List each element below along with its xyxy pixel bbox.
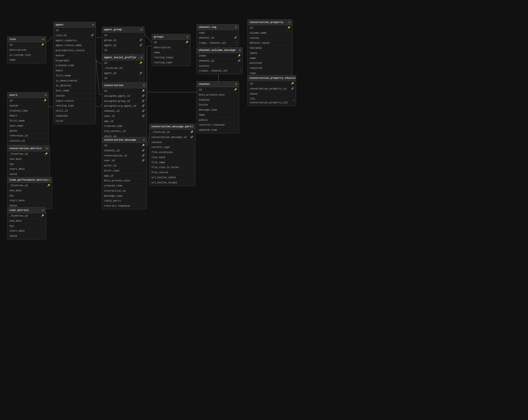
field-row-users-7: reference_id	[8, 133, 48, 139]
field-name-users-0: id	[10, 99, 43, 103]
expand-icon-csat_metrics[interactable]: ⊠	[42, 209, 44, 212]
field-row-channel_tag-1: channel_id🔗	[197, 35, 239, 40]
field-name-channel_tag-2: (tags, channel_id)	[199, 41, 235, 45]
fk-icon-agent_group-1: 🔗	[140, 39, 142, 42]
table-header-role[interactable]: role⊠	[8, 37, 46, 42]
pk-icon-csat_metrics-0: 🔑	[41, 214, 44, 218]
field-name-agent_group-2: agent_id	[104, 44, 139, 47]
field-row-conversation_message-4: actor_id	[102, 163, 146, 168]
field-name-team_performance_metrics-1: end_date	[10, 189, 50, 193]
table-header-csat_metrics[interactable]: csat_metrics⊠	[8, 208, 46, 213]
field-row-csat_metrics-4: value	[8, 233, 46, 239]
table-conversation_message_part: conversation_message_part⊠_fivetran_id🔑c…	[149, 124, 195, 186]
table-header-channel_tag[interactable]: channel_tag⊠	[197, 24, 239, 30]
field-row-conversation_message_part-2: content	[149, 140, 195, 145]
field-row-agent-7: created_time	[54, 63, 96, 68]
field-row-channel-2: enabled	[197, 97, 239, 103]
field-row-conversation_message-3: user_id🔗	[102, 158, 146, 163]
expand-icon-conversation_message_part[interactable]: ⊠	[192, 125, 193, 128]
expand-icon-conversation_property_choice[interactable]: ⊠	[295, 77, 296, 80]
fk-icon-channel_tag-1: 🔗	[234, 36, 237, 40]
expand-icon-agent_social_profile[interactable]: ⊠	[141, 56, 142, 59]
table-header-team_performance_metrics[interactable]: team_performance_metrics⊠	[8, 177, 52, 183]
field-name-conversation_property-1: column_name	[250, 31, 290, 35]
fk-icon-conversation-2: 🔗	[142, 100, 145, 103]
field-note-channel_tag-2: ℹ	[236, 41, 237, 45]
field-row-users-6: phone	[8, 128, 48, 134]
field-name-conversation_message_part-2: content	[151, 141, 193, 144]
field-name-channel_welcome_message-2: content	[199, 64, 240, 68]
expand-icon-agent[interactable]: ⊠	[92, 23, 94, 26]
expand-icon-users[interactable]: ⊠	[45, 93, 46, 96]
table-header-users[interactable]: users⊠	[8, 92, 48, 98]
field-row-conversation-2: assigned_group_id🔗	[102, 99, 146, 104]
expand-icon-conversation_metrics[interactable]: ⊠	[46, 147, 48, 150]
field-name-agent-5: avatar	[56, 54, 94, 58]
field-name-groups-1: description	[154, 46, 188, 50]
table-conversation_message: conversation_message⊠id🔑channel_id🔗conve…	[102, 137, 147, 209]
field-row-conversation_message_part-4: file_extension	[149, 150, 195, 155]
field-row-conversation_property_choice-0: id🔑	[248, 82, 296, 86]
fk-icon-channel_welcome_message-1: 🔗	[238, 59, 240, 63]
field-row-conversation_property-3: default_value	[248, 40, 292, 46]
expand-icon-conversation[interactable]: ⊠	[143, 84, 145, 87]
table-header-conversation_message_part[interactable]: conversation_message_part⊠	[149, 124, 195, 129]
field-name-channel_welcome_message-1: channel_id	[199, 59, 237, 63]
expand-icon-groups[interactable]: ⊠	[187, 35, 188, 38]
table-header-groups[interactable]: groups⊠	[152, 34, 190, 40]
table-header-agent[interactable]: agent⊠	[54, 22, 96, 28]
table-conversation_property: conversation_property⊠id🔑column_namecust…	[248, 19, 292, 77]
table-header-conversation_property[interactable]: conversation_property⊠	[248, 20, 292, 25]
expand-icon-team_performance_metrics[interactable]: ⊠	[48, 178, 50, 181]
expand-icon-role[interactable]: ⊠	[42, 38, 44, 41]
field-name-conversation_metrics-4: value	[10, 172, 48, 176]
field-name-channel-0: id	[199, 88, 233, 92]
field-row-channel-3: locale	[197, 102, 239, 107]
pk-icon-conversation_metrics-0: 🔑	[45, 152, 48, 156]
table-header-conversation_property_choice[interactable]: conversation_property_choice⊠	[248, 75, 296, 81]
field-name-channel-6: public	[199, 118, 237, 122]
expand-icon-channel[interactable]: ⊠	[235, 83, 237, 86]
fk-icon-conversation_message-3: 🔗	[142, 159, 145, 163]
expand-icon-conversation_property[interactable]: ⊠	[289, 21, 290, 24]
table-header-channel_welcome_message[interactable]: channel_welcome_message⊠	[197, 47, 242, 53]
field-name-role-3: name	[10, 58, 44, 62]
field-name-csat_metrics-1: end_date	[10, 219, 44, 223]
field-row-conversation_message-6: app_id	[102, 173, 146, 178]
field-name-conversation_message-9: interaction_id	[104, 189, 145, 193]
table-body-conversation_property: id🔑column_namecustomdefault_valueeditabl…	[248, 25, 292, 76]
field-name-conversation_message_part-6: file_name	[151, 161, 193, 165]
field-name-conversation_message-1: channel_id	[104, 149, 141, 153]
field-row-conversation_message-10: message_type	[102, 194, 146, 198]
field-name-conversation_property_choice-2: value	[250, 92, 294, 96]
field-name-conversation-0: id	[104, 89, 141, 93]
table-header-agent_group[interactable]: agent_group⊠	[102, 27, 144, 33]
field-name-agent-15: routing_type	[56, 104, 94, 108]
table-header-conversation_metrics[interactable]: conversation_metrics⊠	[8, 146, 49, 151]
field-row-csat_metrics-1: end_date	[8, 219, 46, 223]
field-name-agent-1: role_id	[56, 34, 90, 38]
expand-icon-channel_welcome_message[interactable]: ⊠	[239, 49, 240, 52]
field-row-conversation-8: org_contact_id	[102, 129, 146, 134]
field-name-conversation_message_part-1: conversation_message_id	[151, 136, 190, 140]
field-name-agent_group-1: group_id	[104, 39, 139, 42]
table-header-agent_social_profile[interactable]: agent_social_profile⊠	[102, 55, 144, 60]
table-header-conversation_message[interactable]: conversation_message⊠	[102, 137, 146, 143]
expand-icon-channel_tag[interactable]: ⊠	[235, 26, 237, 29]
field-row-csat_metrics-3: start_date	[8, 228, 46, 233]
table-role: role⊠id🔑descriptionis_custom_rolename	[7, 36, 46, 63]
expand-icon-agent_group[interactable]: ⊠	[141, 28, 142, 31]
fk-icon-conversation-3: 🔗	[142, 105, 145, 108]
field-name-channel-4: message_type	[199, 108, 237, 112]
table-header-conversation[interactable]: conversation⊠	[102, 83, 146, 88]
table-title-agent_social_profile: agent_social_profile	[104, 56, 136, 59]
svg-line-20	[96, 61, 102, 64]
field-name-conversation-1: assigned_agent_id	[104, 94, 141, 98]
pk-icon-channel-0: 🔑	[234, 88, 237, 92]
expand-icon-conversation_message[interactable]: ⊠	[143, 139, 145, 141]
table-title-conversation_message_part: conversation_message_part	[151, 125, 192, 128]
field-name-agent-4: availability_status	[56, 49, 94, 53]
table-header-channel[interactable]: channel⊠	[197, 82, 239, 87]
field-row-role-2: is_custom_role	[8, 53, 46, 58]
table-title-channel: channel	[199, 83, 210, 86]
